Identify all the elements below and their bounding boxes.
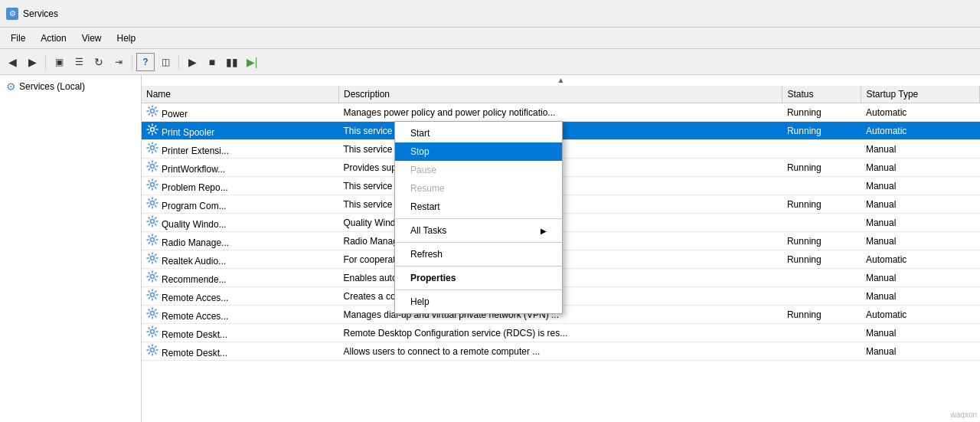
watermark: waqxon: [951, 411, 977, 419]
context-menu-item-all-tasks[interactable]: All Tasks▶: [395, 221, 562, 240]
cell-name: Radio Manage...: [142, 232, 339, 250]
context-menu: StartStopPauseResumeRestartAll Tasks▶Ref…: [394, 121, 563, 314]
service-name-text: Printer Extensi...: [162, 146, 229, 156]
play-button[interactable]: ▶: [183, 53, 201, 71]
menu-file[interactable]: File: [3, 31, 33, 46]
stop-button[interactable]: ■: [203, 53, 221, 71]
service-name-text: Program Com...: [162, 201, 227, 211]
back-button[interactable]: ◀: [3, 53, 21, 71]
cell-status: [782, 324, 861, 342]
cell-status: [782, 342, 861, 361]
left-panel: ⚙ Services (Local): [0, 75, 142, 422]
toolbar-sep-3: [178, 54, 179, 70]
cell-startup-type: Automatic: [861, 122, 980, 140]
forward-button[interactable]: ▶: [23, 53, 41, 71]
cell-startup-type: Automatic: [861, 250, 980, 269]
cell-name: Print Spooler: [142, 122, 339, 140]
svg-point-5: [151, 201, 155, 205]
cell-status: [782, 269, 861, 287]
help-ctx-button[interactable]: ?: [136, 53, 155, 71]
cell-startup-type: Manual: [861, 177, 980, 195]
export-button[interactable]: ⇥: [109, 53, 128, 71]
svg-point-3: [151, 165, 155, 168]
cell-name: Realtek Audio...: [142, 250, 339, 269]
cell-name: Problem Repo...: [142, 177, 339, 195]
ctx-item-label: Restart: [410, 201, 440, 212]
cell-status: Running: [782, 103, 861, 122]
context-menu-item-refresh[interactable]: Refresh: [395, 245, 562, 263]
service-gear-icon: [146, 197, 158, 209]
col-header-name[interactable]: Name: [142, 86, 339, 103]
cell-name: Remote Acces...: [142, 287, 339, 306]
service-gear-icon: [146, 344, 158, 356]
service-name-text: Remote Acces...: [162, 311, 228, 322]
window-title: Services: [23, 8, 58, 19]
main-area: ⚙ Services (Local) ▲ Name Description St…: [0, 75, 980, 422]
cell-status: [782, 214, 861, 232]
menu-help[interactable]: Help: [109, 31, 144, 46]
svg-point-13: [151, 348, 155, 352]
cell-status: Running: [782, 250, 861, 269]
context-menu-item-start[interactable]: Start: [395, 124, 562, 142]
app-icon: ⚙: [6, 8, 18, 20]
col-header-desc[interactable]: Description: [339, 86, 782, 103]
ctx-item-label: Resume: [410, 183, 445, 194]
cell-startup-type: Manual: [861, 140, 980, 159]
context-menu-item-stop[interactable]: Stop: [395, 142, 562, 161]
list-button[interactable]: ☰: [70, 53, 88, 71]
submenu-arrow-icon: ▶: [541, 227, 547, 235]
ctx-item-label: Pause: [410, 165, 436, 175]
services-local-icon: ⚙: [6, 80, 16, 93]
pause-button[interactable]: ▮▮: [223, 53, 241, 71]
svg-point-9: [151, 275, 155, 279]
table-row[interactable]: PowerManages power policy and power poli…: [142, 103, 980, 122]
services-local-label: Services (Local): [19, 81, 85, 92]
cell-startup-type: Automatic: [861, 103, 980, 122]
context-menu-separator: [395, 242, 562, 243]
col-header-startup[interactable]: Startup Type: [861, 86, 980, 103]
context-menu-item-help[interactable]: Help: [395, 293, 562, 311]
cell-startup-type: Automatic: [861, 306, 980, 324]
context-menu-item-restart[interactable]: Restart: [395, 198, 562, 216]
service-gear-icon: [146, 325, 158, 338]
ctx-item-label: Stop: [410, 146, 430, 157]
cell-startup-type: Manual: [861, 195, 980, 214]
cell-status: Running: [782, 122, 861, 140]
svg-point-0: [151, 110, 155, 113]
ctx-item-label: Refresh: [410, 249, 443, 260]
service-name-text: Remote Acces...: [162, 293, 228, 303]
service-name-text: Problem Repo...: [162, 182, 228, 193]
refresh-button[interactable]: ↻: [90, 53, 108, 71]
properties-button[interactable]: ◫: [156, 53, 175, 71]
svg-point-1: [151, 128, 155, 132]
ctx-item-label: Help: [410, 296, 430, 307]
cell-description: Remote Desktop Configuration service (RD…: [339, 324, 782, 342]
service-gear-icon: [146, 123, 158, 136]
cell-description: Manages power policy and power policy no…: [339, 103, 782, 122]
menu-view[interactable]: View: [74, 31, 109, 46]
toolbar-sep-2: [132, 54, 132, 70]
ctx-item-label: Start: [410, 128, 430, 139]
menu-action[interactable]: Action: [33, 31, 74, 46]
table-row[interactable]: Remote Deskt...Remote Desktop Configurat…: [142, 324, 980, 342]
context-menu-item-properties[interactable]: Properties: [395, 269, 562, 287]
services-local-item[interactable]: ⚙ Services (Local): [3, 78, 138, 95]
ctx-item-label: All Tasks: [410, 225, 446, 236]
resume-button[interactable]: ▶|: [243, 53, 261, 71]
svg-point-7: [151, 238, 155, 242]
context-menu-item-resume: Resume: [395, 179, 562, 198]
col-header-status[interactable]: Status: [782, 86, 861, 103]
toolbar: ◀ ▶ ▣ ☰ ↻ ⇥ ? ◫ ▶ ■ ▮▮ ▶|: [0, 49, 980, 75]
service-name-text: Quality Windo...: [162, 219, 227, 230]
table-row[interactable]: Remote Deskt...Allows users to connect t…: [142, 342, 980, 361]
cell-name: Printer Extensi...: [142, 140, 339, 159]
title-bar: ⚙ Services: [0, 0, 980, 28]
show-hide-button[interactable]: ▣: [50, 53, 68, 71]
cell-startup-type: Manual: [861, 269, 980, 287]
cell-status: Running: [782, 306, 861, 324]
service-name-text: Radio Manage...: [162, 237, 229, 248]
svg-point-2: [151, 146, 155, 150]
service-gear-icon: [146, 215, 158, 227]
menu-bar: File Action View Help: [0, 28, 980, 49]
cell-startup-type: Manual: [861, 342, 980, 361]
